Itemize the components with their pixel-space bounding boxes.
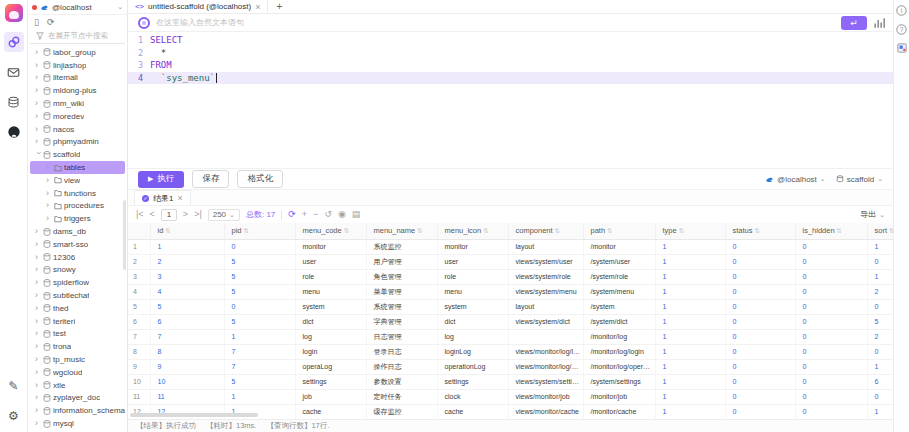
cell[interactable]: 6: [150, 314, 224, 329]
cell[interactable]: views/system/role: [508, 269, 583, 284]
cell[interactable]: 0: [867, 299, 893, 314]
column-header-sort[interactable]: sort⇅: [867, 223, 893, 239]
sort-icon[interactable]: ⇅: [679, 227, 684, 234]
database-select[interactable]: scaffold ⌄: [836, 175, 883, 184]
column-header-menu-icon[interactable]: menu_icon⇅: [437, 223, 508, 239]
sidebar-item-zyplayer-doc[interactable]: ›zyplayer_doc: [30, 392, 125, 405]
cell[interactable]: 角色管理: [366, 269, 437, 284]
column-header-id[interactable]: id⇅: [150, 223, 224, 239]
column-header-component[interactable]: component⇅: [508, 223, 583, 239]
cell[interactable]: 0: [795, 254, 867, 269]
cell[interactable]: /system: [583, 299, 655, 314]
chevron-right-icon[interactable]: ›: [35, 240, 41, 249]
cell[interactable]: 3: [150, 269, 224, 284]
sidebar-item-xtle[interactable]: ›xtle: [30, 379, 125, 392]
chevron-right-icon[interactable]: ›: [35, 227, 41, 236]
cell[interactable]: 0: [725, 314, 795, 329]
table-row[interactable]: 665dict字典管理dictviews/system/dict/system/…: [128, 314, 893, 329]
chat2db-logo-icon[interactable]: [5, 4, 23, 22]
cell[interactable]: /monitor/log: [583, 329, 655, 344]
cell[interactable]: 11: [150, 389, 224, 404]
cell[interactable]: 9: [150, 359, 224, 374]
row-number-cell[interactable]: 5: [128, 299, 150, 314]
cell[interactable]: 6: [867, 374, 893, 389]
cell[interactable]: 用户管理: [366, 254, 437, 269]
sql-editor[interactable]: 1SELECT2 *3FROM4 `sys_menu`: [128, 32, 893, 168]
sort-icon[interactable]: ⇅: [555, 227, 560, 234]
sort-icon[interactable]: ⇅: [755, 227, 760, 234]
cell[interactable]: views/monitor/job: [508, 389, 583, 404]
sidebar-item-tp-music[interactable]: ›tp_music: [30, 353, 125, 366]
tab-untitled-scaffold[interactable]: <> untitled-scaffold (@localhost) ×: [128, 0, 268, 13]
cell[interactable]: 1: [150, 239, 224, 254]
preview-icon[interactable]: ◉: [338, 210, 346, 219]
cell[interactable]: 0: [795, 344, 867, 359]
refresh-icon[interactable]: ⟳: [288, 210, 296, 219]
editor-line[interactable]: 1SELECT: [128, 34, 893, 47]
row-number-cell[interactable]: 4: [128, 284, 150, 299]
current-page-input[interactable]: 1: [161, 209, 177, 221]
sort-icon[interactable]: ⇅: [417, 227, 422, 234]
sidebar-search-input[interactable]: 在展开节点中搜索: [30, 29, 125, 44]
cell[interactable]: 0: [795, 374, 867, 389]
cell[interactable]: 0: [224, 239, 295, 254]
cell[interactable]: operationLog: [437, 359, 508, 374]
feedback-pen-button[interactable]: ✎: [4, 376, 24, 396]
cell[interactable]: 字典管理: [366, 314, 437, 329]
row-number-cell[interactable]: 11: [128, 389, 150, 404]
cell[interactable]: 1: [655, 389, 725, 404]
sidebar-item-12306[interactable]: ›12306: [30, 251, 125, 264]
cell[interactable]: 0: [795, 269, 867, 284]
ai-input[interactable]: 在这里输入自然文本语句: [156, 17, 835, 28]
cell[interactable]: views/system/dict: [508, 314, 583, 329]
cell[interactable]: views/system/settings: [508, 374, 583, 389]
cell[interactable]: 2: [867, 329, 893, 344]
table-row[interactable]: 887login登录日志loginLogviews/monitor/log/lo…: [128, 344, 893, 359]
cell[interactable]: monitor: [437, 239, 508, 254]
cell[interactable]: 系统监控: [366, 239, 437, 254]
chevron-right-icon[interactable]: ›: [35, 381, 41, 390]
cell[interactable]: 1: [655, 404, 725, 419]
cell[interactable]: 0: [725, 299, 795, 314]
sort-icon[interactable]: ⇅: [483, 227, 488, 234]
cell[interactable]: /system/menu: [583, 284, 655, 299]
cell[interactable]: 1: [655, 374, 725, 389]
chevron-right-icon[interactable]: ›: [35, 265, 41, 274]
sidebar-item-teriteri[interactable]: ›teriteri: [30, 315, 125, 328]
settings-button[interactable]: ⚙: [4, 406, 24, 426]
editor-line[interactable]: 4 `sys_menu`: [128, 72, 893, 85]
cell[interactable]: 5: [224, 284, 295, 299]
cell[interactable]: views/monitor/cache: [508, 404, 583, 419]
cell[interactable]: 0: [867, 254, 893, 269]
cell[interactable]: 1: [224, 389, 295, 404]
cell[interactable]: 0: [725, 254, 795, 269]
sidebar-item-trona[interactable]: ›trona: [30, 340, 125, 353]
cell[interactable]: cache: [295, 404, 366, 419]
cell[interactable]: 0: [725, 359, 795, 374]
sidebar-item-triggers[interactable]: ›triggers: [30, 212, 125, 225]
cell[interactable]: /monitor/job: [583, 389, 655, 404]
cell[interactable]: 5: [224, 254, 295, 269]
row-number-cell[interactable]: 3: [128, 269, 150, 284]
sidebar-item-dams-db[interactable]: ›dams_db: [30, 225, 125, 238]
cell[interactable]: 1: [655, 329, 725, 344]
close-icon[interactable]: ×: [177, 193, 182, 203]
cell[interactable]: 1: [655, 314, 725, 329]
cell[interactable]: 2: [150, 254, 224, 269]
close-icon[interactable]: ×: [255, 2, 260, 12]
chevron-right-icon[interactable]: ›: [35, 125, 41, 134]
row-number-cell[interactable]: 6: [128, 314, 150, 329]
cell[interactable]: 操作日志: [366, 359, 437, 374]
cell[interactable]: 0: [795, 284, 867, 299]
cell[interactable]: 0: [725, 374, 795, 389]
cell[interactable]: 1: [867, 269, 893, 284]
sidebar-item-functions[interactable]: ›functions: [30, 187, 125, 200]
cell[interactable]: 0: [795, 314, 867, 329]
cell[interactable]: log: [295, 329, 366, 344]
sidebar-item-tables[interactable]: ›tables: [30, 161, 125, 174]
page-size-select[interactable]: 250 ⌄: [208, 209, 240, 221]
cell[interactable]: clock: [437, 389, 508, 404]
chevron-right-icon[interactable]: ›: [35, 61, 41, 70]
cell[interactable]: 1: [655, 359, 725, 374]
cell[interactable]: 5: [150, 299, 224, 314]
